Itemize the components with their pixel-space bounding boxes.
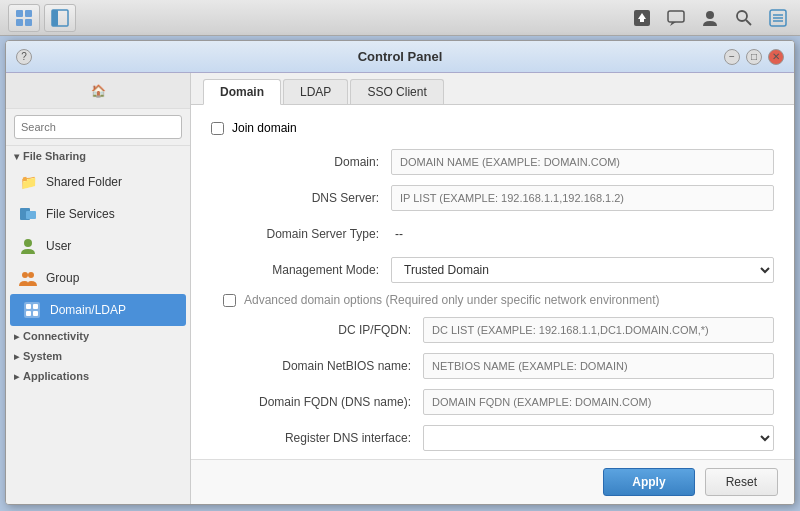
home-icon: 🏠 [91,84,106,98]
dc-ip-label: DC IP/FQDN: [243,323,423,337]
window-body: 🏠 ▾ File Sharing 📁 Shared Folder [6,73,794,504]
svg-rect-0 [16,10,23,17]
form-area: Join domain Domain: DNS Server: Domain S… [191,105,794,459]
advanced-header-label: Advanced domain options (Required only u… [244,293,660,307]
search-icon[interactable] [730,4,758,32]
group-icon [18,268,38,288]
register-dns-label: Register DNS interface: [243,431,423,445]
chevron-down-icon: ▾ [14,151,19,162]
dns-server-label: DNS Server: [211,191,391,205]
domain-icon [22,300,42,320]
fqdn-label: Domain FQDN (DNS name): [243,395,423,409]
netbios-label: Domain NetBIOS name: [243,359,423,373]
panel-icon[interactable] [44,4,76,32]
taskbar-right-icons [628,4,792,32]
user-icon [18,236,38,256]
svg-rect-24 [26,304,31,309]
svg-rect-2 [16,19,23,26]
svg-line-13 [746,20,751,25]
search-input[interactable] [14,115,182,139]
svg-point-21 [22,272,28,278]
svg-point-12 [737,11,747,21]
minimize-button[interactable]: − [724,49,740,65]
register-dns-select[interactable] [423,425,774,451]
apply-button[interactable]: Apply [603,468,694,496]
svg-point-22 [28,272,34,278]
join-domain-checkbox[interactable] [211,122,224,135]
domain-row: Domain: [211,149,774,175]
join-domain-label[interactable]: Join domain [232,121,297,135]
advanced-content: DC IP/FQDN: Domain NetBIOS name: Domain … [223,317,774,459]
sidebar-section-system[interactable]: ▸ System [6,346,190,366]
management-mode-label: Management Mode: [211,263,391,277]
sidebar-item-domain-ldap[interactable]: Domain/LDAP [10,294,186,326]
content-area: Domain LDAP SSO Client Join domain D [191,73,794,504]
sidebar-home[interactable]: 🏠 [6,73,190,109]
advanced-header: Advanced domain options (Required only u… [223,293,774,307]
close-button[interactable]: ✕ [768,49,784,65]
restore-button[interactable]: □ [746,49,762,65]
window-titlebar: ? Control Panel − □ ✕ [6,41,794,73]
svg-point-20 [24,239,32,247]
grid-icon[interactable] [8,4,40,32]
sidebar-section-connectivity[interactable]: ▸ Connectivity [6,326,190,346]
sidebar-item-shared-folder[interactable]: 📁 Shared Folder [6,166,190,198]
upload-icon[interactable] [628,4,656,32]
reset-button[interactable]: Reset [705,468,778,496]
sidebar-item-label: Domain/LDAP [50,303,126,317]
domain-server-type-row: Domain Server Type: -- [211,221,774,247]
fqdn-input[interactable] [423,389,774,415]
tab-sso-client[interactable]: SSO Client [350,79,443,104]
register-dns-row: Register DNS interface: [243,425,774,451]
dns-server-row: DNS Server: [211,185,774,211]
sidebar-item-user[interactable]: User [6,230,190,262]
dc-ip-input[interactable] [423,317,774,343]
sidebar-section-applications[interactable]: ▸ Applications [6,366,190,386]
sidebar-section-label: File Sharing [23,150,86,162]
menu-icon[interactable] [764,4,792,32]
sidebar-section-label: System [23,350,62,362]
domain-server-type-value: -- [391,221,774,247]
sidebar-section-label: Connectivity [23,330,89,342]
sidebar-item-label: Group [46,271,79,285]
tab-domain[interactable]: Domain [203,79,281,105]
advanced-section: Advanced domain options (Required only u… [223,293,774,459]
domain-input[interactable] [391,149,774,175]
sidebar-item-group[interactable]: Group [6,262,190,294]
tab-ldap[interactable]: LDAP [283,79,348,104]
advanced-options-checkbox[interactable] [223,294,236,307]
folder-icon: 📁 [18,172,38,192]
window-title: Control Panel [76,49,724,64]
svg-rect-3 [25,19,32,26]
sidebar-section-label: Applications [23,370,89,382]
window-controls: − □ ✕ [724,49,784,65]
chevron-right-icon: ▸ [14,371,19,382]
svg-rect-25 [33,304,38,309]
sidebar-item-file-services[interactable]: File Services [6,198,190,230]
chevron-right-icon: ▸ [14,351,19,362]
sidebar-item-label: User [46,239,71,253]
svg-rect-26 [26,311,31,316]
svg-rect-19 [26,211,36,219]
management-mode-row: Management Mode: Trusted Domain Standard… [211,257,774,283]
help-button[interactable]: ? [16,49,32,65]
netbios-input[interactable] [423,353,774,379]
dns-server-input[interactable] [391,185,774,211]
sidebar: 🏠 ▾ File Sharing 📁 Shared Folder [6,73,191,504]
svg-rect-1 [25,10,32,17]
join-domain-row: Join domain [211,121,774,135]
tabs-bar: Domain LDAP SSO Client [191,73,794,105]
chevron-right-icon: ▸ [14,331,19,342]
svg-rect-8 [640,19,644,22]
sidebar-item-label: File Services [46,207,115,221]
svg-rect-27 [33,311,38,316]
management-mode-select[interactable]: Trusted Domain Standard Domain [391,257,774,283]
control-panel-window: ? Control Panel − □ ✕ 🏠 ▾ File Sharing 📁 [5,40,795,505]
person-icon[interactable] [696,4,724,32]
chat-icon[interactable] [662,4,690,32]
svg-rect-9 [668,11,684,22]
file-services-icon [18,204,38,224]
domain-server-type-label: Domain Server Type: [211,227,391,241]
taskbar [0,0,800,36]
sidebar-section-file-sharing[interactable]: ▾ File Sharing [6,146,190,166]
